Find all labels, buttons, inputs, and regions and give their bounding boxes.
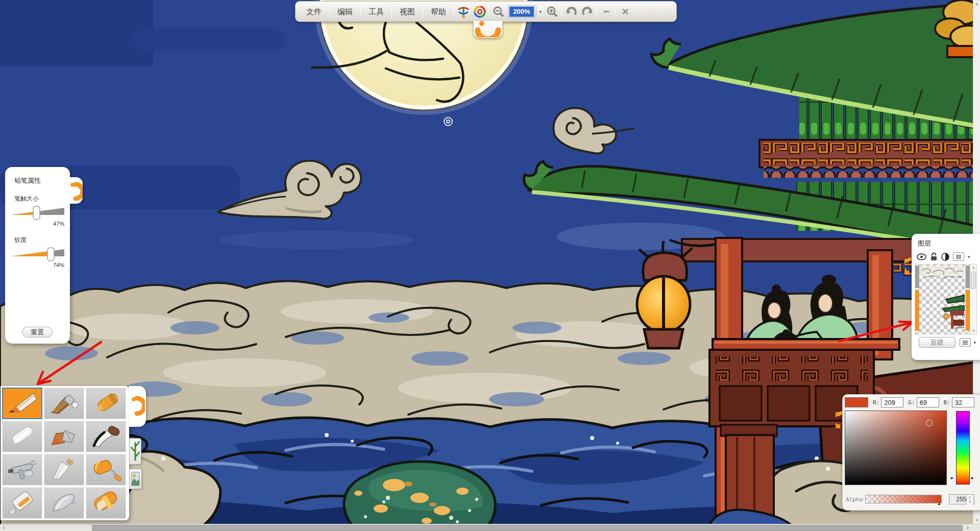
lock-icon[interactable] bbox=[930, 252, 938, 261]
horizontal-scroll-thumb[interactable] bbox=[92, 525, 963, 531]
scroll-down-button[interactable]: ∨ bbox=[973, 516, 980, 524]
layer-row-top[interactable] bbox=[915, 266, 970, 288]
undo-button[interactable] bbox=[563, 4, 579, 20]
layer-list-scrollbar[interactable]: ∧ ∨ bbox=[970, 264, 976, 334]
tool-ink-brush[interactable] bbox=[86, 421, 126, 452]
tool-paint-tube[interactable] bbox=[2, 487, 42, 519]
green-input[interactable] bbox=[917, 397, 939, 407]
color-cursor[interactable] bbox=[926, 420, 933, 426]
separator bbox=[360, 5, 361, 18]
hue-marker-left-icon[interactable]: ▸ bbox=[951, 475, 953, 480]
visibility-eye-icon[interactable] bbox=[917, 253, 926, 260]
main-toolbar: 文件 编辑 工具 视图 帮助 ▾ bbox=[295, 1, 677, 22]
tool-crayon[interactable] bbox=[86, 388, 126, 419]
tool-roller[interactable] bbox=[86, 454, 126, 486]
layer-row-selected[interactable] bbox=[915, 290, 970, 331]
blue-label: B: bbox=[944, 399, 950, 406]
horizontal-scrollbar[interactable]: ‹ › bbox=[0, 524, 980, 531]
softness-value: 74% bbox=[10, 262, 64, 268]
minimize-button[interactable]: − bbox=[598, 4, 615, 20]
scroll-left-button[interactable]: ‹ bbox=[0, 524, 8, 531]
alpha-label: Alpha bbox=[846, 496, 863, 503]
brush-size-slider[interactable] bbox=[11, 205, 64, 221]
picture-stamp-tab[interactable] bbox=[129, 469, 142, 489]
chevron-down-icon: ▾ bbox=[973, 340, 976, 345]
menu-help[interactable]: 帮助 bbox=[424, 2, 453, 21]
brush-size-value: 47% bbox=[10, 221, 64, 227]
zoom-in-button[interactable] bbox=[544, 4, 560, 20]
spin-down-button[interactable]: ▾ bbox=[967, 500, 973, 504]
menu-edit[interactable]: 编辑 bbox=[331, 2, 359, 21]
close-button[interactable]: × bbox=[617, 4, 633, 20]
color-panel-grip[interactable] bbox=[836, 407, 843, 431]
zoom-dropdown-button[interactable]: ▾ bbox=[536, 6, 544, 17]
separator bbox=[329, 5, 330, 18]
chevron-down-icon: ▾ bbox=[968, 254, 970, 259]
scroll-right-icon: › bbox=[967, 524, 969, 531]
scroll-up-button[interactable]: ∧ bbox=[973, 0, 980, 8]
mascot-figure-icon[interactable] bbox=[455, 4, 472, 20]
zoom-out-button[interactable] bbox=[491, 4, 507, 20]
separator bbox=[616, 5, 616, 18]
tool-panel bbox=[1, 386, 129, 520]
blue-input[interactable] bbox=[952, 397, 974, 407]
tool-airbrush[interactable] bbox=[2, 454, 42, 486]
layers-panel-grip[interactable] bbox=[904, 253, 912, 278]
reset-button[interactable]: 重置 bbox=[22, 327, 53, 337]
menu-tools[interactable]: 工具 bbox=[362, 2, 390, 21]
opacity-icon[interactable] bbox=[941, 253, 949, 261]
spin-up-button[interactable]: ▴ bbox=[967, 495, 973, 500]
mascot-swirl-icon[interactable] bbox=[472, 4, 488, 20]
redo-button[interactable] bbox=[579, 4, 596, 20]
tool-panel-grip[interactable] bbox=[129, 386, 146, 427]
panel-title: 图层 bbox=[918, 239, 980, 248]
tool-eraser[interactable] bbox=[86, 487, 126, 519]
menu-view[interactable]: 视图 bbox=[393, 2, 422, 21]
layer-scroll-thumb[interactable] bbox=[971, 272, 976, 289]
tool-brush[interactable] bbox=[44, 388, 84, 419]
slider-thumb bbox=[47, 248, 54, 261]
layer-options-button[interactable] bbox=[960, 338, 971, 347]
layer-list: ∧ ∨ bbox=[915, 264, 977, 334]
scroll-down-icon[interactable]: ∨ bbox=[970, 327, 977, 334]
scroll-up-icon[interactable]: ∧ bbox=[970, 264, 977, 271]
drawing-canvas[interactable] bbox=[0, 0, 980, 531]
menu-file[interactable]: 文件 bbox=[300, 2, 328, 21]
separator bbox=[391, 5, 392, 18]
pencil-properties-panel: 铅笔属性 笔触大小 47% 软度 74% 重置 bbox=[5, 167, 70, 344]
softness-label: 软度 bbox=[14, 236, 65, 245]
current-color-swatch[interactable] bbox=[845, 397, 868, 407]
toolbar-grip[interactable] bbox=[473, 21, 503, 38]
alpha-slider[interactable] bbox=[865, 495, 942, 503]
hue-slider[interactable] bbox=[956, 411, 970, 485]
red-input[interactable] bbox=[881, 397, 903, 407]
chevron-down-icon: ▾ bbox=[540, 9, 542, 14]
alpha-input[interactable] bbox=[949, 495, 966, 504]
green-label: G: bbox=[908, 399, 915, 406]
zoom-level-combo bbox=[508, 6, 535, 18]
bamboo-stamp-tab[interactable] bbox=[129, 438, 141, 465]
scroll-right-button[interactable]: › bbox=[964, 524, 972, 531]
app-window: ∧ ∨ ‹ › 文件 编辑 工具 视图 帮助 ▾ bbox=[0, 0, 980, 531]
close-icon: × bbox=[622, 7, 629, 17]
tool-palette-knife[interactable] bbox=[44, 454, 84, 486]
softness-slider[interactable] bbox=[11, 247, 64, 262]
new-layer-button[interactable]: 新建 bbox=[919, 337, 955, 348]
panel-grip[interactable] bbox=[69, 177, 83, 204]
tool-paintbrush[interactable] bbox=[44, 421, 84, 452]
alpha-marker-icon[interactable]: ▲ bbox=[937, 501, 941, 506]
scroll-left-icon: ‹ bbox=[3, 524, 5, 531]
layer-toolbar: ▾ bbox=[912, 252, 980, 264]
tool-chalk[interactable] bbox=[2, 421, 42, 452]
layer-menu-button[interactable] bbox=[953, 252, 964, 261]
scroll-up-icon: ∧ bbox=[975, 2, 979, 7]
zoom-level-input[interactable] bbox=[509, 7, 534, 17]
hue-marker-right-icon[interactable]: ◂ bbox=[970, 475, 973, 480]
tool-pencil[interactable] bbox=[2, 388, 42, 419]
panel-title: 铅笔属性 bbox=[14, 176, 65, 185]
slider-thumb bbox=[33, 206, 40, 220]
saturation-value-picker[interactable] bbox=[845, 411, 947, 485]
tool-pastel[interactable] bbox=[44, 487, 84, 519]
scroll-down-icon: ∨ bbox=[975, 517, 979, 522]
tool-grid bbox=[2, 388, 128, 519]
